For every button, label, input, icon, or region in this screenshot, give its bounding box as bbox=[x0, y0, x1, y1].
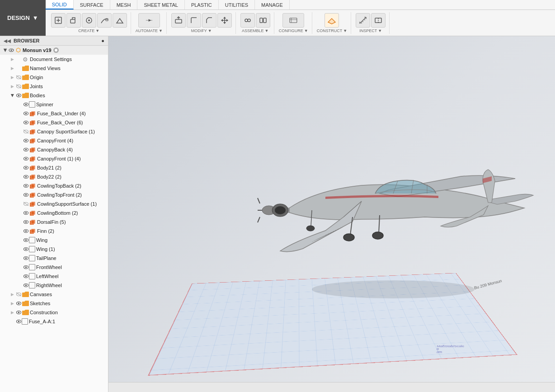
visibility-left-wheel[interactable] bbox=[23, 273, 29, 279]
expand-construction[interactable]: ▶ bbox=[9, 309, 15, 316]
visibility-dorsal-fin[interactable] bbox=[23, 219, 29, 225]
tree-item-wing1[interactable]: Wing (1) bbox=[0, 245, 108, 254]
expand-body21[interactable] bbox=[16, 165, 23, 171]
configure-icon[interactable] bbox=[282, 13, 304, 28]
visibility-canopy-front[interactable] bbox=[23, 137, 29, 144]
tree-item-sketches[interactable]: ▶Sketches bbox=[0, 299, 108, 308]
tree-item-fuse-back-over[interactable]: Fuse_Back_Over (6) bbox=[0, 118, 108, 127]
tab-manage[interactable]: MANAGE bbox=[255, 0, 290, 9]
visibility-body21[interactable] bbox=[23, 165, 29, 171]
configure-label[interactable]: CONFIGURE▼ bbox=[279, 28, 308, 33]
browser-collapse-button[interactable]: ◀◀ bbox=[4, 38, 11, 43]
tree-item-dorsal-fin[interactable]: DorsalFin (5) bbox=[0, 217, 108, 227]
visibility-canopy-support[interactable] bbox=[23, 128, 29, 135]
tab-solid[interactable]: SOLID bbox=[46, 0, 74, 9]
tree-item-joints[interactable]: ▶Joints bbox=[0, 82, 108, 91]
tree-item-spinner[interactable]: Spinner bbox=[0, 100, 108, 109]
visibility-wing1[interactable] bbox=[23, 246, 29, 252]
expand-canvases[interactable]: ▶ bbox=[9, 291, 15, 298]
browser-content[interactable]: ▶ ⬡ Monsun v19 ▶⚙Document Settings▶Named… bbox=[0, 46, 108, 392]
browser-options-icon[interactable]: ● bbox=[101, 38, 104, 43]
visibility-finn[interactable] bbox=[23, 228, 29, 234]
tree-item-doc-settings[interactable]: ▶⚙Document Settings bbox=[0, 55, 108, 64]
visibility-spinner[interactable] bbox=[23, 101, 29, 108]
visibility-construction[interactable] bbox=[15, 309, 22, 316]
tree-item-front-wheel[interactable]: FrontWheel bbox=[0, 263, 108, 272]
visibility-sketches[interactable] bbox=[15, 300, 22, 307]
visibility-fuse-back-over[interactable] bbox=[23, 119, 29, 126]
tab-utilities[interactable]: UTILITIES bbox=[219, 0, 255, 9]
expand-bodies[interactable]: ▶ bbox=[9, 92, 15, 99]
tree-item-canopy-back[interactable]: CanopyBack (4) bbox=[0, 145, 108, 154]
expand-fuse-back-over[interactable] bbox=[16, 119, 23, 126]
tree-item-fuse-aa1[interactable]: Fuse_A-A:1 bbox=[0, 317, 108, 326]
tree-item-named-views[interactable]: ▶Named Views bbox=[0, 64, 108, 73]
tab-mesh[interactable]: MESH bbox=[110, 0, 138, 9]
chamfer-icon[interactable] bbox=[202, 13, 216, 28]
tree-item-construction[interactable]: ▶Construction bbox=[0, 308, 108, 317]
visibility-origin[interactable] bbox=[15, 74, 22, 80]
expand-cowling-top-front[interactable] bbox=[16, 192, 23, 198]
tree-item-canopy-front2[interactable]: CanopyFront (1) (4) bbox=[0, 154, 108, 163]
assemble-label[interactable]: ASSEMBLE▼ bbox=[242, 28, 268, 33]
visibility-cowling-bottom[interactable] bbox=[23, 210, 29, 216]
expand-dorsal-fin[interactable] bbox=[16, 219, 23, 225]
modify-label[interactable]: MODIFY▼ bbox=[191, 28, 212, 33]
expand-canopy-back[interactable] bbox=[16, 146, 23, 153]
tree-item-finn[interactable]: Finn (2) bbox=[0, 227, 108, 236]
tree-item-cowling-support[interactable]: CowlingSupportSurface (1) bbox=[0, 199, 108, 208]
expand-joints[interactable]: ▶ bbox=[9, 83, 15, 90]
viewport[interactable]: Bu 209 Monsun MaßStab/Scale 0 3m bbox=[108, 36, 555, 392]
tree-item-right-wheel[interactable]: RightWheel bbox=[0, 281, 108, 290]
sweep-icon[interactable] bbox=[97, 13, 112, 28]
expand-finn[interactable] bbox=[16, 228, 23, 234]
visibility-wing[interactable] bbox=[23, 237, 29, 243]
visibility-right-wheel[interactable] bbox=[23, 282, 29, 288]
visibility-joints[interactable] bbox=[15, 83, 22, 90]
tree-item-body21[interactable]: Body21 (2) bbox=[0, 163, 108, 172]
visibility-tailplane[interactable] bbox=[23, 255, 29, 261]
fillet-icon[interactable] bbox=[187, 13, 201, 28]
visibility-fuse-aa1[interactable] bbox=[15, 318, 22, 325]
expand-spinner[interactable] bbox=[16, 101, 23, 108]
visibility-body22[interactable] bbox=[23, 174, 29, 180]
tab-sheet-metal[interactable]: SHEET METAL bbox=[137, 0, 184, 9]
visibility-fuse-back-under[interactable] bbox=[23, 110, 29, 117]
tab-plastic[interactable]: PLASTIC bbox=[185, 0, 219, 9]
expand-sketches[interactable]: ▶ bbox=[9, 300, 15, 307]
expand-wing1[interactable] bbox=[16, 246, 23, 252]
move-icon[interactable] bbox=[217, 13, 232, 28]
tree-item-wing[interactable]: Wing bbox=[0, 236, 108, 245]
tree-item-canvases[interactable]: ▶Canvases bbox=[0, 290, 108, 299]
visibility-cowling-top-front[interactable] bbox=[23, 192, 29, 198]
expand-front-wheel[interactable] bbox=[16, 264, 23, 270]
visibility-cowling-top-back[interactable] bbox=[23, 183, 29, 189]
expand-right-wheel[interactable] bbox=[16, 282, 23, 288]
tree-item-tailplane[interactable]: TailPlane bbox=[0, 254, 108, 263]
tree-item-cowling-bottom[interactable]: CowlingBottom (2) bbox=[0, 208, 108, 217]
visibility-canopy-back[interactable] bbox=[23, 146, 29, 153]
expand-named-views[interactable]: ▶ bbox=[9, 65, 15, 71]
tree-item-cowling-top-front[interactable]: CowlingTopFront (2) bbox=[0, 190, 108, 199]
create-label[interactable]: CREATE▼ bbox=[78, 28, 99, 33]
expand-origin[interactable]: ▶ bbox=[9, 74, 15, 80]
tree-item-origin[interactable]: ▶Origin bbox=[0, 73, 108, 82]
expand-canopy-support[interactable] bbox=[16, 128, 23, 135]
expand-cowling-bottom[interactable] bbox=[16, 210, 23, 216]
new-component-icon[interactable] bbox=[51, 13, 66, 28]
automate-icon[interactable] bbox=[138, 13, 160, 28]
expand-tailplane[interactable] bbox=[16, 255, 23, 261]
expand-doc-settings[interactable]: ▶ bbox=[9, 56, 15, 62]
visibility-bodies[interactable] bbox=[15, 92, 22, 99]
root-expand[interactable]: ▶ bbox=[2, 47, 8, 53]
press-pull-icon[interactable] bbox=[171, 13, 186, 28]
joint-icon[interactable] bbox=[240, 13, 255, 28]
section-icon[interactable] bbox=[371, 13, 386, 28]
measure-icon[interactable] bbox=[356, 13, 370, 28]
automate-label[interactable]: AUTOMATE▼ bbox=[136, 28, 163, 33]
design-button[interactable]: DESIGN ▼ bbox=[0, 0, 46, 36]
visibility-front-wheel[interactable] bbox=[23, 264, 29, 270]
expand-wing[interactable] bbox=[16, 237, 23, 243]
expand-cowling-support[interactable] bbox=[16, 201, 23, 207]
tree-item-body22[interactable]: Body22 (2) bbox=[0, 172, 108, 181]
